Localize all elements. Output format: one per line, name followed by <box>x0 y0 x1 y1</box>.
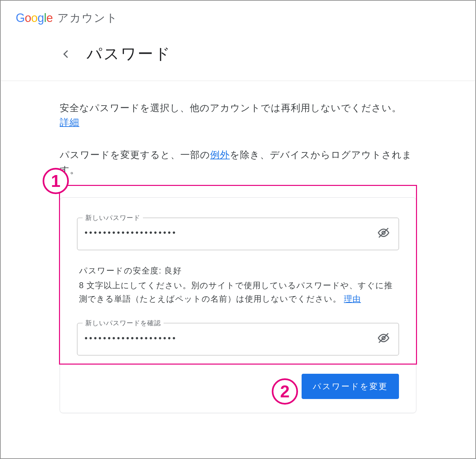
change-password-button[interactable]: パスワードを変更 <box>302 374 399 399</box>
annotation-callout-1: 1 <box>43 168 69 194</box>
confirm-password-input[interactable] <box>85 333 376 343</box>
confirm-password-field: 新しいパスワードを確認 <box>77 319 399 355</box>
intro-text: 安全なパスワードを選択し、他のアカウントでは再利用しないでください。 詳細 <box>60 101 416 130</box>
annotation-callout-2: 2 <box>272 378 298 405</box>
topbar: Google アカウント <box>1 1 475 39</box>
exceptions-link[interactable]: 例外 <box>210 150 230 160</box>
confirm-password-label: 新しいパスワードを確認 <box>83 319 164 328</box>
account-label: アカウント <box>57 10 118 26</box>
toggle-visibility-icon[interactable] <box>376 225 391 241</box>
page-title: パスワード <box>87 44 171 64</box>
new-password-field: 新しいパスワード <box>77 213 399 250</box>
google-logo: Google <box>16 11 53 25</box>
toggle-visibility-icon[interactable] <box>376 330 391 346</box>
password-strength: パスワードの安全度: 良好 <box>79 265 397 276</box>
back-arrow-icon[interactable] <box>59 47 73 61</box>
password-card: 新しいパスワード パスワードの安全度: 良好 8 文字以上にしてください。別のサ… <box>60 197 416 413</box>
logout-warning: パスワードを変更すると、一部の例外を除き、デバイスからログアウトされます。 <box>60 148 416 177</box>
reason-link[interactable]: 理由 <box>344 294 361 303</box>
details-link[interactable]: 詳細 <box>60 117 79 128</box>
password-hint: 8 文字以上にしてください。別のサイトで使用しているパスワードや、すぐに推測でき… <box>79 279 397 306</box>
page-header: パスワード <box>1 39 475 81</box>
new-password-label: 新しいパスワード <box>83 213 143 222</box>
new-password-input[interactable] <box>85 228 376 238</box>
